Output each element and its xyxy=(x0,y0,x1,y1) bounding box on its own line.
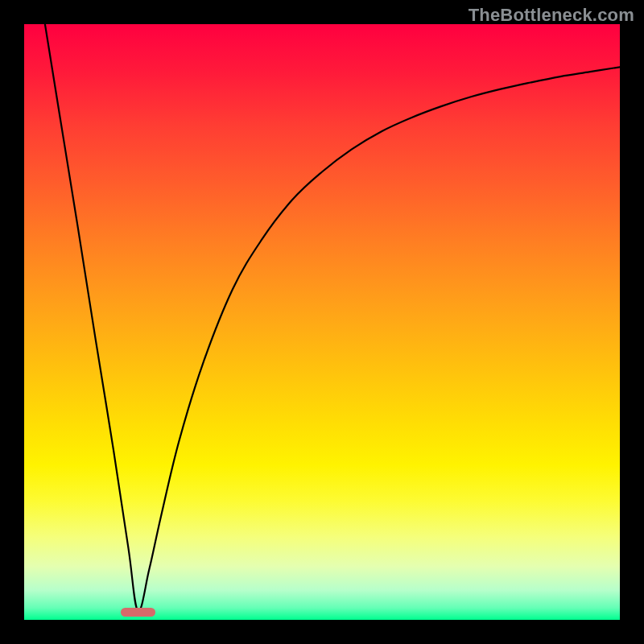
watermark-text: TheBottleneck.com xyxy=(469,5,634,26)
chart-frame: TheBottleneck.com xyxy=(0,0,644,644)
min-marker xyxy=(121,608,155,617)
plot-area xyxy=(24,24,620,620)
curve-path xyxy=(45,24,620,611)
curve-svg xyxy=(24,24,620,620)
